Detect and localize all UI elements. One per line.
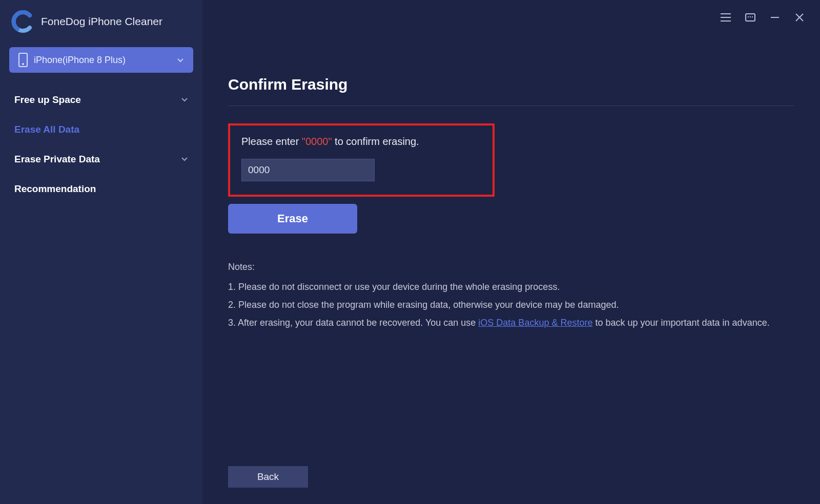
chevron-down-icon (181, 154, 188, 165)
prompt-before: Please enter (241, 136, 302, 147)
notes-heading: Notes: (228, 258, 794, 276)
minimize-icon[interactable] (769, 11, 781, 24)
erase-button[interactable]: Erase (228, 204, 357, 234)
app-title: FoneDog iPhone Cleaner (41, 15, 162, 28)
nav-erase-all-data[interactable]: Erase All Data (9, 115, 193, 144)
device-dropdown[interactable]: iPhone(iPhone 8 Plus) (9, 47, 193, 73)
note-3: 3. After erasing, your data cannot be re… (228, 314, 794, 332)
ios-backup-restore-link[interactable]: iOS Data Backup & Restore (478, 318, 592, 328)
note-2: 2. Please do not close the program while… (228, 296, 794, 314)
prompt-code: "0000" (302, 136, 332, 147)
close-icon[interactable] (793, 11, 806, 24)
nav-label: Recommendation (14, 183, 96, 195)
chevron-down-icon (181, 94, 188, 106)
device-label: iPhone(iPhone 8 Plus) (34, 55, 177, 66)
nav-label: Free up Space (14, 94, 81, 106)
logo-row: FoneDog iPhone Cleaner (9, 10, 193, 33)
nav-recommendation[interactable]: Recommendation (9, 174, 193, 204)
back-button[interactable]: Back (228, 466, 308, 488)
sidebar: FoneDog iPhone Cleaner iPhone(iPhone 8 P… (0, 0, 202, 504)
confirm-code-input[interactable] (241, 159, 375, 181)
feedback-icon[interactable] (744, 11, 756, 24)
divider (228, 106, 794, 106)
phone-icon (18, 53, 28, 67)
nav-free-up-space[interactable]: Free up Space (9, 85, 193, 115)
nav-label: Erase Private Data (14, 154, 100, 165)
note-1: 1. Please do not disconnect or use your … (228, 278, 794, 296)
page-title: Confirm Erasing (228, 76, 794, 93)
confirm-prompt: Please enter "0000" to confirm erasing. (241, 136, 481, 148)
chevron-down-icon (177, 56, 184, 64)
nav-label: Erase All Data (14, 124, 79, 135)
menu-icon[interactable] (720, 11, 732, 24)
confirm-highlight-box: Please enter "0000" to confirm erasing. (228, 123, 495, 197)
note-3-before: 3. After erasing, your data cannot be re… (228, 318, 478, 328)
note-3-after: to back up your important data in advanc… (592, 318, 769, 328)
prompt-after: to confirm erasing. (332, 136, 419, 147)
nav-erase-private-data[interactable]: Erase Private Data (9, 144, 193, 174)
app-logo-icon (11, 10, 34, 33)
main-panel: Confirm Erasing Please enter "0000" to c… (202, 0, 820, 504)
notes-section: Notes: 1. Please do not disconnect or us… (228, 258, 794, 332)
window-controls (720, 11, 806, 24)
